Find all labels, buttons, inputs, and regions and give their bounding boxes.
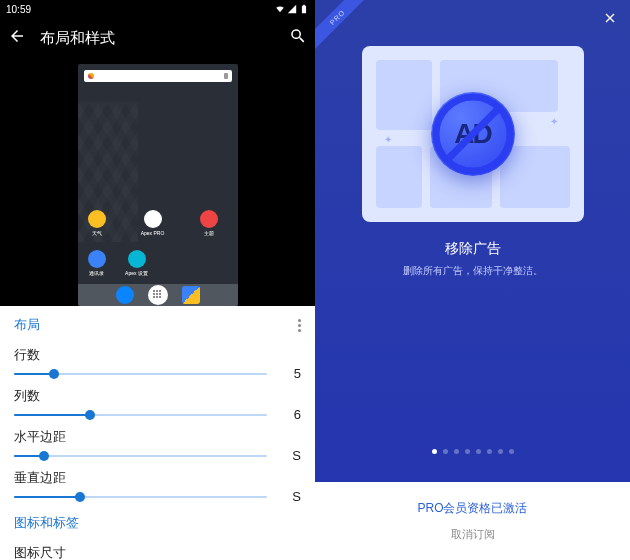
close-icon <box>602 10 618 26</box>
row-vmarg: 垂直边距 S <box>0 463 315 504</box>
section-icons: 图标和标签 <box>0 504 315 538</box>
sparkle-icon: ✦ <box>384 134 392 145</box>
ad-block-icon: AD <box>431 92 515 176</box>
phone-mock: 天气Apex PRO主题 通讯录Apex 设置 <box>78 64 238 306</box>
preview-search-bar <box>84 70 232 82</box>
rows-slider[interactable] <box>14 367 267 381</box>
arrow-left-icon <box>8 27 26 45</box>
pro-status: PRO会员资格已激活 <box>417 500 527 517</box>
vmarg-value: S <box>277 489 301 504</box>
row-isize: 图标尺寸 100 <box>0 538 315 560</box>
vmarg-label: 垂直边距 <box>14 469 301 487</box>
cols-slider[interactable] <box>14 408 267 422</box>
isize-label: 图标尺寸 <box>14 544 301 560</box>
pro-ribbon: PRO <box>315 0 367 52</box>
signal-icon <box>287 4 297 14</box>
cols-label: 列数 <box>14 387 301 405</box>
hmarg-slider[interactable] <box>14 449 267 463</box>
sparkle-icon: ✦ <box>550 116 558 127</box>
gallery-icon <box>182 286 200 304</box>
section-layout: 布局 <box>0 306 315 340</box>
close-button[interactable] <box>602 10 618 30</box>
hmarg-value: S <box>277 448 301 463</box>
page-indicator[interactable] <box>315 449 630 454</box>
pro-ribbon-text: PRO <box>315 0 367 50</box>
preview-app: Apex 设置 <box>128 250 146 276</box>
preview-app: 天气 <box>88 210 106 236</box>
preview-app: 通讯录 <box>88 250 106 276</box>
mic-icon <box>224 73 228 79</box>
app-drawer-button <box>148 285 168 305</box>
vmarg-slider[interactable] <box>14 490 267 504</box>
firefox-icon <box>116 286 134 304</box>
svg-line-1 <box>447 108 499 160</box>
hmarg-label: 水平边距 <box>14 428 301 446</box>
row-hmarg: 水平边距 S <box>0 422 315 463</box>
preview-app: 主题 <box>200 210 218 236</box>
settings-list: 布局 行数 5 列数 6 水平边距 <box>0 306 315 560</box>
overflow-button[interactable] <box>298 319 301 332</box>
cancel-subscription-link[interactable]: 取消订阅 <box>451 527 495 542</box>
row-rows: 行数 5 <box>0 340 315 381</box>
google-icon <box>88 73 94 79</box>
cols-value: 6 <box>277 407 301 422</box>
promo-desc: 删除所有广告，保持干净整洁。 <box>315 264 630 278</box>
section-layout-label: 布局 <box>14 316 40 334</box>
rows-label: 行数 <box>14 346 301 364</box>
app-bar: 布局和样式 <box>0 18 315 58</box>
search-icon <box>289 27 307 45</box>
preview-app: Apex PRO <box>144 210 162 236</box>
status-time: 10:59 <box>6 4 31 15</box>
status-bar: 10:59 <box>0 0 315 18</box>
back-button[interactable] <box>8 27 26 49</box>
status-icons <box>275 4 309 14</box>
grid-icon <box>153 290 163 300</box>
rows-value: 5 <box>277 366 301 381</box>
promo-footer: PRO会员资格已激活 取消订阅 <box>315 482 630 560</box>
wifi-icon <box>275 4 285 14</box>
row-cols: 列数 6 <box>0 381 315 422</box>
search-button[interactable] <box>289 27 307 49</box>
battery-icon <box>299 4 309 14</box>
promo-title: 移除广告 <box>315 240 630 258</box>
section-icons-label: 图标和标签 <box>14 514 79 532</box>
home-preview: 天气Apex PRO主题 通讯录Apex 设置 <box>0 58 315 306</box>
promo-card: ✦ ✦ AD <box>362 46 584 222</box>
preview-dock <box>78 284 238 306</box>
page-title: 布局和样式 <box>40 29 275 48</box>
